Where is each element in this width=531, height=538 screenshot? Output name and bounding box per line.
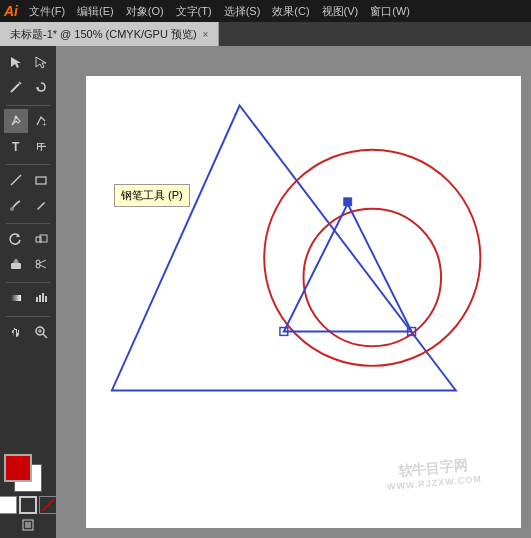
svg-marker-29 [112, 105, 456, 390]
svg-point-13 [36, 260, 40, 264]
selection-tool[interactable] [4, 50, 28, 74]
foreground-color-box[interactable] [4, 454, 32, 482]
tool-row-type: T TT [0, 134, 56, 158]
tab-bar: 未标题-1* @ 150% (CMYK/GPU 预览) × [0, 22, 531, 46]
tool-row-eraser [0, 252, 56, 276]
scale-tool[interactable] [29, 227, 53, 251]
fill-indicator[interactable] [0, 496, 17, 514]
eraser-tool[interactable] [4, 252, 28, 276]
line-tool[interactable] [4, 168, 28, 192]
transform-tool-group [0, 227, 56, 277]
stroke-indicator[interactable] [19, 496, 37, 514]
svg-rect-20 [42, 293, 44, 302]
pencil-tool[interactable] [29, 193, 53, 217]
tool-row-pen: + [0, 109, 56, 133]
artwork-canvas [86, 76, 521, 528]
view-tool-group [0, 320, 56, 345]
toolbar: + T TT [0, 46, 56, 538]
svg-rect-12 [11, 263, 21, 269]
chart-tool[interactable] [29, 286, 53, 310]
main-area: + T TT [0, 46, 531, 538]
svg-line-1 [19, 82, 21, 84]
tool-row-2 [0, 75, 56, 99]
tool-divider-2 [6, 164, 50, 165]
tool-row-gradient [0, 286, 56, 310]
bottom-tools [0, 496, 56, 534]
svg-line-16 [40, 265, 46, 268]
tool-divider-5 [6, 316, 50, 317]
selection-tool-group [0, 50, 56, 100]
svg-text:T: T [38, 141, 45, 153]
lasso-tool[interactable] [29, 75, 53, 99]
svg-rect-21 [45, 296, 47, 302]
direct-selection-tool[interactable] [29, 50, 53, 74]
tool-row-hand [0, 320, 56, 344]
svg-rect-8 [36, 177, 46, 184]
menu-bar: 文件(F) 编辑(E) 对象(O) 文字(T) 选择(S) 效果(C) 视图(V… [24, 2, 415, 21]
none-indicator[interactable] [39, 496, 57, 514]
pen-tool[interactable] [4, 109, 28, 133]
svg-line-26 [42, 499, 54, 511]
canvas-area[interactable]: 钢笔工具 (P) 软牛目字网 WWW.RJZXW.COM [56, 46, 531, 538]
paintbrush-tool[interactable] [4, 193, 28, 217]
svg-line-23 [43, 334, 47, 338]
tool-row-rotate [0, 227, 56, 251]
pen-tool-group: + T TT [0, 109, 56, 159]
scissors-tool[interactable] [29, 252, 53, 276]
tool-divider-4 [6, 282, 50, 283]
tab-close-button[interactable]: × [203, 29, 209, 40]
color-mode-row [0, 496, 57, 514]
title-bar: Ai 文件(F) 编辑(E) 对象(O) 文字(T) 选择(S) 效果(C) 视… [0, 0, 531, 22]
menu-file[interactable]: 文件(F) [24, 2, 70, 21]
vertical-type-tool[interactable]: TT [29, 134, 53, 158]
gradient-tool[interactable] [4, 286, 28, 310]
menu-view[interactable]: 视图(V) [317, 2, 364, 21]
type-tool[interactable]: T [4, 134, 28, 158]
zoom-tool[interactable] [29, 320, 53, 344]
svg-text:+: + [42, 120, 47, 128]
menu-select[interactable]: 选择(S) [219, 2, 266, 21]
tool-divider-3 [6, 223, 50, 224]
tool-tooltip: 钢笔工具 (P) [114, 184, 190, 207]
svg-rect-17 [11, 295, 21, 301]
menu-text[interactable]: 文字(T) [171, 2, 217, 21]
rotate-tool[interactable] [4, 227, 28, 251]
hand-tool[interactable] [4, 320, 28, 344]
svg-point-2 [14, 116, 17, 119]
magic-wand-tool[interactable] [4, 75, 28, 99]
svg-rect-33 [344, 198, 352, 206]
gradient-tool-group [0, 286, 56, 311]
menu-object[interactable]: 对象(O) [121, 2, 169, 21]
svg-point-9 [10, 207, 14, 211]
screen-mode-row [19, 516, 37, 534]
tool-row-line [0, 168, 56, 192]
shape-tool-group [0, 168, 56, 218]
svg-rect-19 [39, 295, 41, 302]
svg-marker-32 [284, 204, 412, 332]
tool-row-brush [0, 193, 56, 217]
svg-point-31 [304, 209, 442, 347]
menu-edit[interactable]: 编辑(E) [72, 2, 119, 21]
menu-effect[interactable]: 效果(C) [267, 2, 314, 21]
tab-title: 未标题-1* @ 150% (CMYK/GPU 预览) [10, 27, 197, 42]
canvas-surface: 软牛目字网 WWW.RJZXW.COM [86, 76, 521, 528]
add-anchor-tool[interactable]: + [29, 109, 53, 133]
svg-point-14 [36, 264, 40, 268]
menu-window[interactable]: 窗口(W) [365, 2, 415, 21]
document-tab[interactable]: 未标题-1* @ 150% (CMYK/GPU 预览) × [0, 22, 219, 46]
svg-line-0 [11, 84, 19, 92]
svg-line-15 [40, 260, 46, 263]
svg-line-7 [11, 175, 21, 185]
svg-text:T: T [12, 140, 20, 153]
artboard-tool[interactable] [19, 516, 37, 534]
rect-tool[interactable] [29, 168, 53, 192]
tool-divider-1 [6, 105, 50, 106]
color-section [4, 454, 52, 502]
app-logo: Ai [4, 3, 18, 19]
svg-rect-28 [25, 522, 31, 528]
tool-row-1 [0, 50, 56, 74]
svg-rect-18 [36, 297, 38, 302]
